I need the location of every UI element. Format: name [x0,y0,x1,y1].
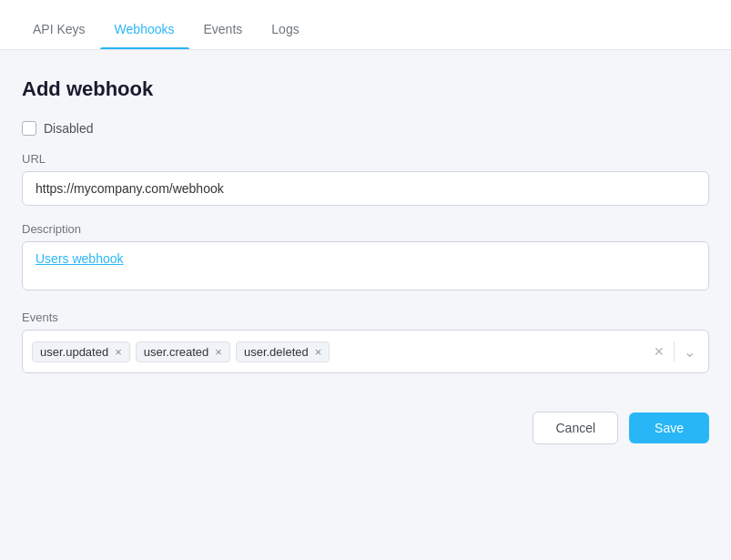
url-field-group: URL [22,152,709,206]
event-tag-label: user.updated [40,345,108,359]
disabled-row: Disabled [22,121,709,136]
tab-api-keys[interactable]: API Keys [18,22,100,49]
events-field-group: Events user.updated×user.created×user.de… [22,311,709,373]
actions-row: Cancel Save [22,412,709,444]
dropdown-toggle-button[interactable] [680,341,699,362]
event-tag-remove-user-deleted[interactable]: × [315,346,322,358]
description-field-group: Description Users webhook [22,222,709,294]
clear-all-button[interactable] [650,342,668,361]
description-label: Description [22,222,709,236]
events-label: Events [22,311,709,324]
tabs-bar: API Keys Webhooks Events Logs [0,0,731,50]
chevron-down-icon [684,343,695,361]
cancel-button[interactable]: Cancel [533,412,618,444]
tags-area: user.updated×user.created×user.deleted× [32,341,643,362]
tab-webhooks[interactable]: Webhooks [100,22,189,49]
event-tag-label: user.deleted [244,345,309,359]
description-input[interactable]: Users webhook [22,241,709,290]
event-tag-user-updated: user.updated× [32,341,130,362]
disabled-label: Disabled [44,121,93,136]
controls-divider [674,341,675,361]
url-input[interactable] [22,171,709,206]
event-tag-remove-user-updated[interactable]: × [115,346,122,358]
page-title: Add webhook [22,77,709,101]
save-button[interactable]: Save [629,412,709,443]
disabled-checkbox[interactable] [22,121,36,136]
clear-all-icon [654,344,665,359]
main-content: Add webhook Disabled URL Description Use… [0,50,731,466]
tab-events[interactable]: Events [189,22,258,49]
events-controls [643,341,699,362]
event-tag-user-deleted: user.deleted× [236,341,330,362]
events-field[interactable]: user.updated×user.created×user.deleted× [22,330,709,373]
event-tag-remove-user-created[interactable]: × [215,346,222,358]
tab-logs[interactable]: Logs [257,22,313,49]
url-label: URL [22,152,709,166]
event-tag-label: user.created [144,345,209,359]
event-tag-user-created: user.created× [136,341,230,362]
